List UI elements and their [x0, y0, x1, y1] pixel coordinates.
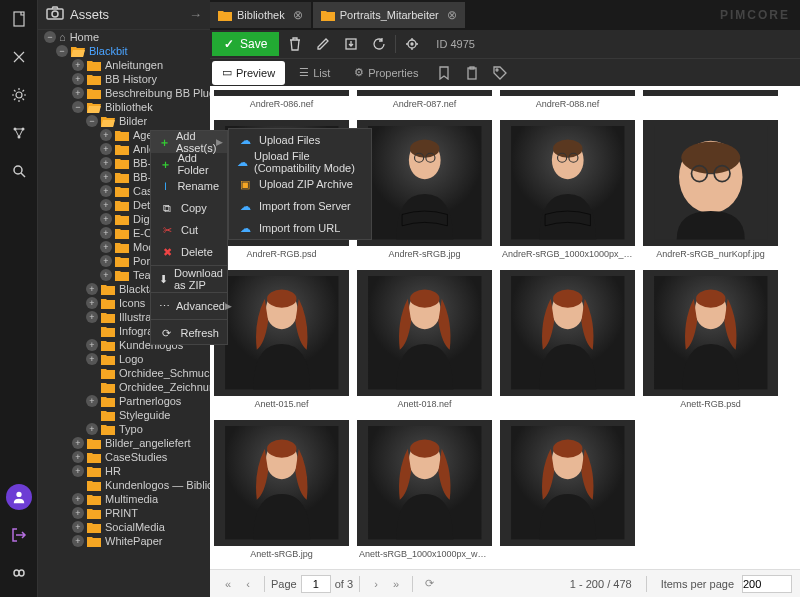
expander-icon[interactable]: + [72, 493, 84, 505]
tree-item[interactable]: Kundenlogos — Bibliothek [38, 478, 210, 492]
thumbnail[interactable]: AndreR-088.nef [500, 90, 635, 112]
tree-item[interactable]: +Bilder_angeliefert [38, 436, 210, 450]
thumbnail[interactable]: Anett-018.nef [357, 270, 492, 412]
tag-icon[interactable] [486, 59, 514, 87]
close-icon[interactable]: ⊗ [447, 8, 457, 22]
collapse-icon[interactable]: → [189, 7, 202, 22]
expander-icon[interactable]: + [86, 283, 98, 295]
expander-icon[interactable]: + [72, 521, 84, 533]
thumbnail[interactable] [643, 90, 778, 112]
refresh-button[interactable] [365, 30, 393, 58]
tree-item[interactable]: +CaseStudies [38, 450, 210, 464]
exit-icon[interactable] [0, 516, 38, 554]
bookmark-icon[interactable] [430, 59, 458, 87]
prev-page-button[interactable]: ‹ [238, 574, 258, 594]
tree-item[interactable]: Styleguide [38, 408, 210, 422]
context-menu-item[interactable]: ✂Cut [151, 219, 227, 241]
expander-icon[interactable]: + [86, 339, 98, 351]
preview-tab[interactable]: ▭Preview [212, 61, 285, 85]
tree-blackbit[interactable]: − Blackbit [38, 44, 210, 58]
expander-icon[interactable]: + [86, 311, 98, 323]
expander-icon[interactable]: + [100, 269, 112, 281]
expander-icon[interactable]: + [86, 423, 98, 435]
tab[interactable]: Portraits_Mitarbeiter⊗ [313, 2, 465, 28]
tree-item[interactable]: +Anleitungen [38, 58, 210, 72]
thumbnail[interactable]: AndreR-sRGB_1000x1000px_web.jpg [500, 120, 635, 262]
thumbnail[interactable]: AndreR-sRGB_nurKopf.jpg [643, 120, 778, 262]
save-button[interactable]: Save [212, 32, 279, 56]
tree-item[interactable]: −Bibliothek [38, 100, 210, 114]
thumbnail[interactable] [500, 270, 635, 412]
context-menu-item[interactable]: ☁Import from Server [229, 195, 371, 217]
next-page-button[interactable]: › [366, 574, 386, 594]
reload-button[interactable]: ⟳ [419, 574, 439, 594]
tree-item[interactable]: +Logo [38, 352, 210, 366]
expander-icon[interactable]: + [86, 297, 98, 309]
locate-button[interactable] [398, 30, 426, 58]
tree-item[interactable]: −Bilder [38, 114, 210, 128]
tree-item[interactable]: +PRINT [38, 506, 210, 520]
edit-button[interactable] [309, 30, 337, 58]
clipboard-icon[interactable] [458, 59, 486, 87]
expander-icon[interactable]: + [100, 143, 112, 155]
expander-icon[interactable]: + [72, 59, 84, 71]
expander-icon[interactable]: − [72, 101, 84, 113]
expander-icon[interactable]: + [72, 535, 84, 547]
thumbnail[interactable]: Anett-015.nef [214, 270, 349, 412]
tree-item[interactable]: +Multimedia [38, 492, 210, 506]
download-button[interactable] [337, 30, 365, 58]
expander-icon[interactable]: + [86, 353, 98, 365]
context-menu-item[interactable]: ⟳Refresh [151, 322, 227, 344]
context-menu-item[interactable]: ⬇Download as ZIP [151, 268, 227, 290]
expander-icon[interactable]: − [86, 115, 98, 127]
thumbnail[interactable]: Anett-sRGB.jpg [214, 420, 349, 562]
expander-icon[interactable]: + [100, 213, 112, 225]
tree-item[interactable]: +SocialMedia [38, 520, 210, 534]
tab[interactable]: Bibliothek⊗ [210, 2, 311, 28]
tools-icon[interactable] [0, 38, 38, 76]
close-icon[interactable]: ⊗ [293, 8, 303, 22]
context-menu-item[interactable]: ☁Import from URL [229, 217, 371, 239]
tree-item[interactable]: +HR [38, 464, 210, 478]
tree-item[interactable]: +Partnerlogos [38, 394, 210, 408]
tree-item[interactable]: Orchidee_Zeichnungen [38, 380, 210, 394]
context-menu-item[interactable]: ＋Add Folder [151, 153, 227, 175]
thumbnail[interactable] [500, 420, 635, 562]
page-input[interactable] [301, 575, 331, 593]
context-menu-item[interactable]: ＋Add Asset(s)▶ [151, 131, 227, 153]
context-menu-item[interactable]: ☁Upload File (Compatibility Mode) [229, 151, 371, 173]
context-menu-item[interactable]: ✖Delete [151, 241, 227, 263]
context-menu-item[interactable]: ▣Upload ZIP Archive [229, 173, 371, 195]
user-icon[interactable] [6, 484, 32, 510]
expander-icon[interactable]: − [56, 45, 68, 57]
expander-icon[interactable]: + [72, 507, 84, 519]
tree-home[interactable]: − ⌂ Home [38, 30, 210, 44]
thumbnail[interactable]: Anett-RGB.psd [643, 270, 778, 412]
expander-icon[interactable]: + [100, 255, 112, 267]
expander-icon[interactable]: + [100, 227, 112, 239]
nodes-icon[interactable] [0, 114, 38, 152]
tree-item[interactable]: +BB History [38, 72, 210, 86]
context-menu-item[interactable]: ⋯Advanced▶ [151, 295, 227, 317]
context-menu-item[interactable]: ⧉Copy [151, 197, 227, 219]
expander-icon[interactable]: + [72, 87, 84, 99]
expander-icon[interactable]: + [72, 437, 84, 449]
context-menu-item[interactable]: ＩRename [151, 175, 227, 197]
tree-item[interactable]: +Typo [38, 422, 210, 436]
tree-item[interactable]: +Beschreibung BB Plugins [38, 86, 210, 100]
expander-icon[interactable]: + [100, 157, 112, 169]
thumbnail[interactable]: AndreR-086.nef [214, 90, 349, 112]
expander-icon[interactable]: + [72, 73, 84, 85]
perpage-select[interactable] [742, 575, 792, 593]
properties-tab[interactable]: ⚙Properties [344, 61, 428, 85]
expander-icon[interactable]: + [86, 395, 98, 407]
search-icon[interactable] [0, 152, 38, 190]
expander-icon[interactable]: + [100, 129, 112, 141]
expander-icon[interactable]: + [100, 241, 112, 253]
expander-icon[interactable]: + [100, 185, 112, 197]
tree-item[interactable]: +WhitePaper [38, 534, 210, 548]
expander-icon[interactable]: + [72, 451, 84, 463]
thumbnail[interactable]: AndreR-sRGB.jpg [357, 120, 492, 262]
delete-button[interactable] [281, 30, 309, 58]
document-icon[interactable] [0, 0, 38, 38]
